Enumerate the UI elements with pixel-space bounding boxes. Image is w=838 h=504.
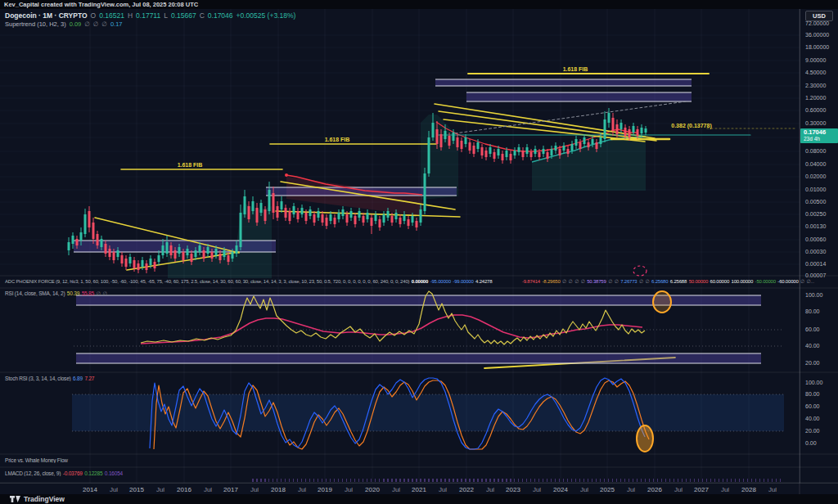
axis-tick-label: 0.08000 — [805, 148, 826, 154]
fib-label[interactable]: 1.618 FIB — [178, 162, 203, 168]
time-tick-label: Jul — [721, 486, 729, 493]
axis-tick-label: 60.00 — [805, 326, 820, 332]
legend-value: H — [128, 11, 133, 20]
axis-tick-label: 0.00014 — [805, 261, 826, 267]
legend-value: ∅ — [101, 20, 107, 28]
axis-tick-label: 0.00 — [805, 440, 817, 446]
time-tick-label: 2021 — [412, 486, 426, 493]
lmacd-histogram — [252, 479, 784, 482]
axis-tick-label: 0.00500 — [805, 199, 826, 205]
time-tick-label: 2023 — [506, 486, 520, 493]
axis-tick-label: 60.00 — [805, 403, 820, 409]
legend-value: 0.16521 — [99, 11, 124, 20]
legend-value: ∅ — [639, 279, 643, 284]
legend-value: -0.03769 — [63, 470, 83, 476]
legend-value: ∅ — [569, 279, 573, 284]
legend-value: 0.00000 — [412, 279, 428, 284]
axis-tick-label: 40.00 — [805, 343, 820, 349]
legend-value: 100.00000 — [732, 279, 754, 284]
legend-value: 0.15667 — [171, 11, 196, 20]
legend-value: 0.09 — [70, 20, 82, 28]
fib-label[interactable]: 0.382 (0.13778) — [671, 123, 711, 128]
legend-value: ∅ — [562, 279, 566, 284]
time-tick-label: Jul — [627, 486, 635, 493]
legend-value: ∅ — [800, 279, 804, 284]
time-tick-label: Jul — [250, 486, 259, 493]
time-tick-label: 2028 — [741, 486, 756, 493]
chart-canvas[interactable] — [0, 9, 800, 483]
whale-flow-legend[interactable]: Price vs. Whale Money Flow — [5, 457, 823, 463]
legend-value: 0.16054 — [105, 470, 123, 476]
legend-value: ∅ — [646, 279, 650, 284]
time-tick-label: 2014 — [83, 486, 97, 493]
legend-value: 7.26773 — [620, 279, 637, 284]
legend-value: 6.89 — [73, 376, 83, 381]
tradingview-logo-text: TradingView — [24, 495, 65, 503]
fib-label[interactable]: 1.618 FIB — [325, 137, 350, 142]
axis-tick-label: 0.30000 — [805, 120, 826, 126]
time-tick-label: Jul — [156, 486, 164, 493]
time-tick-label: 2019 — [318, 486, 332, 493]
axis-tick-label: 0.00030 — [805, 249, 826, 254]
rsi-legend[interactable]: RSI (14, close, SMA, 14, 2)50.3955.85∅∅ — [5, 290, 823, 297]
legend-value: Stoch RSI (3, 3, 14, 14, close) — [5, 376, 71, 381]
legend-value: 6.25688 — [670, 279, 687, 284]
time-tick-label: Jul — [392, 486, 400, 493]
legend-value: -8.29650 — [542, 279, 560, 284]
time-tick-label: Jul — [439, 486, 447, 493]
time-tick-label: Jul — [674, 486, 683, 493]
axis-tick-label: 20.00 — [805, 428, 820, 434]
lmacd-legend[interactable]: LMACD (12, 26, close, 9)-0.037690.122850… — [5, 470, 823, 476]
tradingview-logo[interactable]: TradingView — [10, 495, 65, 503]
legend-value: -95.00000 — [430, 279, 451, 284]
legend-value: 7.27 — [84, 376, 94, 381]
supertrend-legend[interactable]: Supertrend (10, H2, 3)0.09∅∅∅0.17 — [5, 20, 125, 28]
legend-value: ∅ — [96, 290, 100, 296]
legend-value: ∅... — [807, 279, 814, 284]
stoch-rsi-legend[interactable]: Stoch RSI (3, 3, 14, 14, close)6.897.27 — [5, 376, 823, 381]
legend-value: ∅ — [615, 279, 619, 284]
legend-value: ∅ — [581, 279, 585, 284]
legend-value: ADC PHOENIX FORCE (9, 12, hlc3, 1, 50, 6… — [5, 279, 409, 284]
axis-tick-label: 4.50000 — [805, 70, 826, 75]
time-axis[interactable]: 2014Jul2015Jul2016Jul2017Jul2018Jul2019J… — [0, 483, 838, 494]
time-tick-label: Jul — [110, 486, 118, 493]
attribution-text: Kev_Capital created with TradingView.com… — [4, 1, 198, 8]
legend-value: 0.12285 — [84, 470, 102, 476]
time-tick-label: Jul — [204, 486, 212, 493]
legend-value: Dogecoin · 1M · CRYPTO — [5, 11, 88, 20]
attribution-bar: Kev_Capital created with TradingView.com… — [0, 0, 838, 9]
axis-tick-label: 40.00 — [805, 416, 820, 421]
axis-tick-label: 0.00060 — [805, 236, 826, 242]
legend-value: 4.24278 — [475, 279, 492, 284]
tradingview-logo-icon — [10, 496, 20, 503]
legend-value: 0.17046 — [208, 11, 233, 20]
axis-tick-label: 1.20000 — [805, 95, 826, 101]
legend-value: ∅ — [574, 279, 579, 284]
time-tick-label: 2026 — [647, 486, 662, 493]
time-tick-label: 2016 — [177, 486, 191, 493]
axis-tick-label: 0.60000 — [805, 107, 826, 113]
time-tick-label: 2017 — [223, 486, 238, 493]
fib-label[interactable]: 1.618 FIB — [563, 66, 588, 72]
symbol-legend[interactable]: Dogecoin · 1M · CRYPTOO0.16521H0.17711L0… — [5, 11, 299, 20]
axis-tick-label: 0.00130 — [805, 223, 826, 229]
legend-value: ∅ — [608, 279, 612, 284]
legend-value: 50.39 — [67, 290, 79, 296]
price-axis[interactable]: USD 72.0000036.0000018.000009.000004.500… — [800, 9, 838, 483]
legend-value: ∅ — [93, 20, 99, 28]
time-tick-label: Jul — [768, 486, 777, 493]
adc-phoenix-legend[interactable]: ADC PHOENIX FORCE (9, 12, hlc3, 1, 50, 6… — [5, 278, 823, 284]
legend-value: -50.00000 — [755, 279, 776, 284]
time-tick-label: 2022 — [459, 486, 474, 493]
legend-value: 6.25680 — [651, 279, 668, 284]
axis-tick-label: 80.00 — [805, 308, 820, 314]
axis-tick-label: 72.00000 — [805, 20, 829, 26]
axis-tick-label: 18.00000 — [805, 44, 829, 50]
time-tick-label: 2020 — [365, 486, 380, 493]
time-tick-label: 2025 — [600, 486, 615, 493]
axis-tick-label: 20.00 — [805, 360, 820, 366]
time-tick-label: 2027 — [694, 486, 709, 493]
axis-tick-label: 80.00 — [805, 391, 820, 397]
axis-tick-label: 0.00250 — [805, 211, 826, 217]
